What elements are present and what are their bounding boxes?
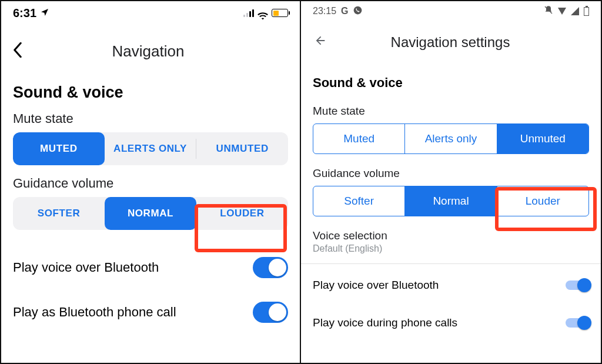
guidance-opt-louder[interactable]: Louder (497, 186, 588, 216)
ios-status-bar: 6:31 (13, 1, 288, 25)
section-sound-voice: Sound & voice (313, 75, 589, 91)
mute-state-segmented: MUTED ALERTS ONLY UNMUTED (13, 132, 288, 165)
guidance-opt-softer[interactable]: Softer (313, 186, 405, 216)
ios-pane: 6:31 Navigation Sound & voice Mute state (1, 1, 301, 363)
toggle-label: Play voice over Bluetooth (13, 260, 159, 275)
toggle-switch[interactable] (566, 318, 589, 328)
mute-opt-unmuted[interactable]: UNMUTED (196, 132, 288, 165)
battery-icon (584, 7, 589, 16)
mute-opt-unmuted[interactable]: Unmuted (497, 124, 588, 153)
guidance-volume-label: Guidance volume (13, 176, 288, 191)
toggle-switch[interactable] (253, 302, 288, 323)
toggle-switch[interactable] (253, 257, 288, 278)
toggle-label: Play voice during phone calls (313, 316, 457, 329)
android-status-bar: 23:15 G (313, 1, 589, 19)
toggle-phone-call-voice: Play voice during phone calls (313, 304, 589, 342)
dnd-icon (544, 5, 553, 17)
toggle-bluetooth-voice: Play voice over Bluetooth (13, 249, 288, 286)
toggle-switch[interactable] (566, 280, 589, 290)
guidance-opt-louder[interactable]: LOUDER (196, 197, 288, 230)
voice-selection-row[interactable]: Voice selection Default (English) (313, 229, 589, 254)
wifi-icon (257, 9, 268, 17)
cellular-signal-icon (243, 9, 254, 17)
guidance-opt-softer[interactable]: SOFTER (13, 197, 105, 230)
guidance-volume-label: Guidance volume (313, 167, 589, 180)
guidance-opt-normal[interactable]: NORMAL (105, 197, 196, 230)
toggle-label: Play as Bluetooth phone call (13, 305, 176, 320)
toggle-bluetooth-call: Play as Bluetooth phone call (13, 293, 288, 331)
signal-triangle-icon (558, 8, 566, 15)
status-right-cluster (243, 9, 288, 17)
svg-point-0 (353, 6, 362, 14)
mute-opt-muted[interactable]: Muted (313, 124, 405, 153)
android-pane: 23:15 G Navigation settings Sound & (301, 1, 601, 363)
toggle-bluetooth-voice: Play voice over Bluetooth (313, 266, 589, 304)
mute-state-segmented: Muted Alerts only Unmuted (313, 123, 589, 154)
cellular-signal-icon (571, 7, 579, 15)
nav-header: Navigation (13, 35, 288, 67)
google-icon: G (341, 6, 348, 16)
battery-icon (272, 9, 288, 17)
status-left-cluster: 23:15 G (313, 6, 362, 17)
voice-selection-value: Default (English) (313, 243, 589, 254)
divider (301, 263, 601, 264)
mute-state-label: Mute state (313, 105, 589, 118)
mute-state-label: Mute state (13, 111, 288, 126)
status-time-text: 6:31 (13, 6, 36, 19)
page-title: Navigation (8, 42, 288, 61)
page-title: Navigation settings (312, 34, 589, 51)
guidance-opt-normal[interactable]: Normal (405, 186, 497, 216)
mute-opt-alerts[interactable]: ALERTS ONLY (105, 132, 196, 165)
status-right-cluster (544, 5, 589, 17)
mute-opt-muted[interactable]: MUTED (13, 132, 105, 165)
guidance-volume-segmented: Softer Normal Louder (313, 186, 589, 216)
status-time: 6:31 (13, 6, 49, 20)
toggle-label: Play voice over Bluetooth (313, 279, 439, 292)
section-sound-voice: Sound & voice (13, 84, 288, 102)
location-arrow-icon (40, 6, 49, 20)
guidance-volume-segmented: SOFTER NORMAL LOUDER (13, 197, 288, 230)
mute-opt-alerts[interactable]: Alerts only (405, 124, 497, 153)
status-time-text: 23:15 (313, 6, 336, 16)
voice-selection-label: Voice selection (313, 229, 589, 242)
nav-header: Navigation settings (313, 25, 589, 60)
phone-icon (353, 6, 362, 17)
